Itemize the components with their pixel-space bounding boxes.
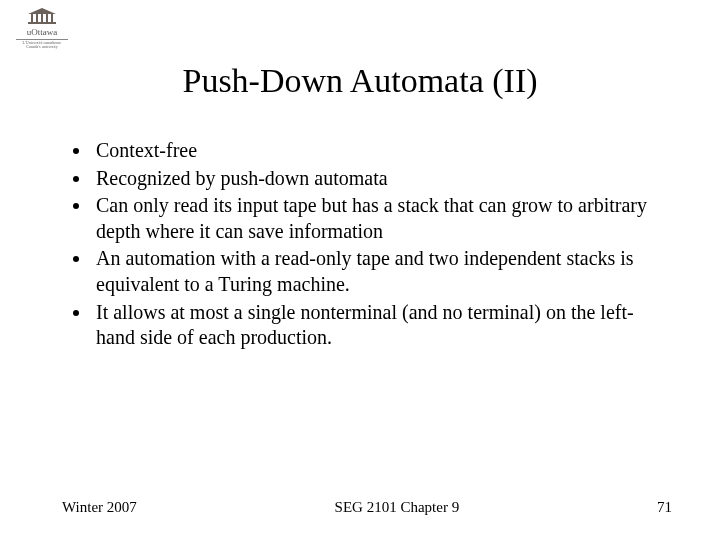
slide-title: Push-Down Automata (II): [0, 0, 720, 100]
footer-center: SEG 2101 Chapter 9: [335, 499, 460, 516]
list-item: It allows at most a single nonterminal (…: [92, 300, 656, 351]
logo-subtitle: L'Université canadienne Canada's univers…: [16, 41, 68, 50]
footer-right: 71: [657, 499, 672, 516]
list-item: Can only read its input tape but has a s…: [92, 193, 656, 244]
list-item: Recognized by push-down automata: [92, 166, 656, 192]
logo-name: uOttawa: [16, 28, 68, 37]
list-item: An automation with a read-only tape and …: [92, 246, 656, 297]
footer-left: Winter 2007: [62, 499, 137, 516]
bullet-list: Context-free Recognized by push-down aut…: [92, 138, 656, 351]
university-logo: uOttawa L'Université canadienne Canada's…: [16, 8, 68, 50]
list-item: Context-free: [92, 138, 656, 164]
slide-footer: Winter 2007 SEG 2101 Chapter 9 71: [0, 499, 720, 516]
building-icon: [28, 8, 56, 26]
